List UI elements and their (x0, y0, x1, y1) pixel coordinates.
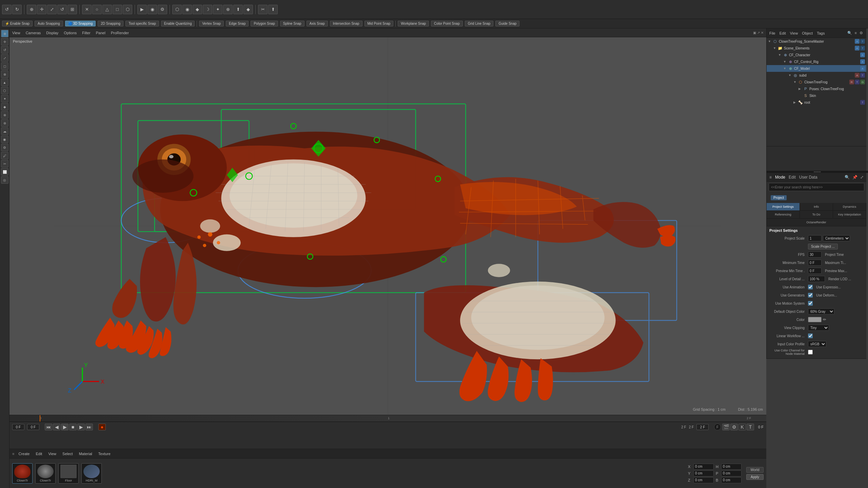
viewport-menu-panel[interactable]: Panel (96, 31, 105, 35)
props-expand-icon[interactable]: ⤢ (860, 174, 864, 180)
object-mode-icon[interactable]: ○ (92, 5, 102, 14)
intersection-snap-btn[interactable]: Intersection Snap (330, 21, 362, 26)
workplane-snap-btn[interactable]: Workplane Snap (398, 21, 429, 26)
transform-icon[interactable]: ⊞ (67, 5, 77, 14)
start-frame-input[interactable] (12, 424, 24, 430)
snap-icon[interactable]: ✂ (258, 5, 268, 14)
left-tool-5[interactable]: ◻ (1, 62, 8, 70)
props-color-swatch[interactable] (808, 317, 822, 322)
props-lod-input[interactable] (808, 276, 825, 282)
props-node-material-checkbox[interactable] (808, 350, 813, 354)
left-tool-4[interactable]: ⤢ (1, 54, 8, 62)
left-tool-3[interactable]: ↺ (1, 46, 8, 54)
scene-tags-menu[interactable]: Tags (817, 31, 825, 35)
record-btn[interactable]: ● (98, 424, 106, 430)
left-tool-13[interactable]: ☁ (1, 127, 8, 135)
h-input[interactable] (721, 464, 742, 470)
render-icon[interactable]: ▶ (137, 5, 147, 14)
scene-settings-icon[interactable]: ⚙ (859, 30, 864, 36)
props-edit-btn[interactable]: Edit (788, 174, 796, 180)
scale-project-btn[interactable]: Scale Project ... (808, 244, 838, 249)
prev-frame-btn[interactable]: ◀ (53, 424, 60, 430)
gridline-snap-btn[interactable]: Grid Line Snap (465, 21, 494, 26)
guide-snap-btn[interactable]: Guide Snap (495, 21, 519, 26)
p-input[interactable] (721, 470, 742, 476)
left-tool-6[interactable]: ⊕ (1, 70, 8, 78)
scene-view-menu[interactable]: View (790, 31, 798, 35)
3d-snapping-btn[interactable]: 🔵 3D Snapping (65, 21, 96, 26)
props-default-color-select[interactable]: 60% Gray Random Layer Color (808, 308, 834, 314)
end-frame-input[interactable] (696, 424, 709, 430)
scene-search-icon[interactable]: 🔍 (847, 30, 853, 36)
viewport-menu-filter[interactable]: Filter (82, 31, 90, 35)
tree-item-root[interactable]: ▶ 🦴 root T (767, 99, 866, 106)
left-tool-18[interactable]: ⬜ (1, 168, 8, 176)
enable-quantizing-btn[interactable]: Enable Quantizing (161, 21, 195, 26)
left-tool-8[interactable]: ⬡ (1, 87, 8, 94)
scene-file-menu[interactable]: File (769, 31, 775, 35)
props-min-time-input[interactable] (808, 260, 822, 266)
2d-snapping-btn[interactable]: 2D Snapping (98, 21, 123, 26)
b-input[interactable] (721, 477, 742, 483)
midpoint-snap-btn[interactable]: Mid Point Snap (364, 21, 394, 26)
auto-snapping-btn[interactable]: Auto Snapping (35, 21, 63, 26)
poly-mode-icon[interactable]: ⬡ (123, 5, 132, 14)
tab-dynamics[interactable]: Dynamics (833, 203, 866, 210)
left-tool-14[interactable]: ◉ (1, 136, 8, 143)
tree-item-scenemaster[interactable]: ▼ ⬡ ClownTreeFrog_SceneMaster A T (767, 38, 866, 45)
move-icon[interactable]: ✛ (37, 5, 46, 14)
left-tool-select[interactable]: ⊕ (1, 30, 8, 37)
props-search-input[interactable] (769, 183, 864, 191)
props-use-motion-checkbox[interactable] (808, 301, 813, 306)
bottom-select-menu[interactable]: Select (60, 451, 75, 456)
asset-clowtreefrog-1[interactable]: ClownTr (12, 463, 33, 484)
apply-btn[interactable]: Apply (746, 474, 764, 480)
props-userdata-btn[interactable]: User Data (798, 174, 818, 180)
props-use-animation-checkbox[interactable] (808, 285, 813, 289)
goto-end-btn[interactable]: ⏭ (85, 424, 93, 430)
main-viewport[interactable]: Perspective Default Camera :* (9, 37, 766, 415)
tab-todo[interactable]: To Do (800, 211, 833, 218)
next-frame-btn[interactable]: ▶ (77, 424, 85, 430)
tree-item-skin[interactable]: S Skin (767, 92, 866, 99)
y-input[interactable] (693, 470, 714, 476)
left-tool-9[interactable]: ✦ (1, 95, 8, 102)
timeline-btn[interactable]: T (747, 424, 754, 430)
quantize-icon[interactable]: ⬆ (268, 5, 278, 14)
props-color-profile-select[interactable]: sRGB Linear (808, 341, 826, 347)
asset-floor[interactable]: Floor (58, 463, 79, 484)
bottom-texture-menu[interactable]: Texture (96, 451, 113, 456)
viewport-menu-prorender[interactable]: ProRender (111, 31, 129, 35)
redo-icon[interactable]: ↻ (12, 5, 22, 14)
props-scale-unit-select[interactable]: Centimeters Meters Inches (823, 235, 850, 241)
props-color-picker-btn[interactable]: ✏ (823, 317, 826, 322)
edge-mode-icon[interactable]: □ (113, 5, 122, 14)
tree-item-scene-elements[interactable]: ▼ 📁 Scene_Elements A T (767, 45, 866, 52)
timeline-ruler[interactable]: 0 1 2 F (9, 415, 766, 422)
current-frame-input[interactable] (27, 424, 39, 430)
vertex-snap-btn[interactable]: Vertex Snap (199, 21, 223, 26)
edge-snap-btn[interactable]: Edge Snap (226, 21, 249, 26)
goto-start-btn[interactable]: ⏮ (45, 424, 52, 430)
texture-mode-icon[interactable]: △ (102, 5, 112, 14)
camera-icon[interactable]: ✦ (213, 5, 222, 14)
project-badge[interactable]: Project (771, 195, 787, 200)
deform-icon[interactable]: ⬆ (233, 5, 243, 14)
bottom-create-menu[interactable]: Create (16, 451, 32, 456)
left-tool-15[interactable]: ⚙ (1, 144, 8, 151)
polygon-snap-btn[interactable]: Polygon Snap (251, 21, 278, 26)
viewport-menu-view[interactable]: View (12, 31, 20, 35)
viewport-menu-display[interactable]: Display (46, 31, 58, 35)
left-tool-7[interactable]: ▲ (1, 79, 8, 86)
tree-item-character[interactable]: ▼ ⊕ CF_Character A (767, 52, 866, 58)
model-mode-icon[interactable]: ✕ (82, 5, 92, 14)
anim-settings-btn[interactable]: ⚙ (730, 424, 738, 430)
tree-item-poses[interactable]: ▶ P Poses: ClownTreeFrog (767, 85, 866, 92)
scene-object-menu[interactable]: Object (802, 31, 813, 35)
play-btn[interactable]: ▶ (61, 424, 68, 430)
tool-specific-snap-btn[interactable]: Tool specific Snap (125, 21, 159, 26)
asset-hdri[interactable]: HDRI_M (81, 463, 102, 484)
select-icon[interactable]: ⊕ (27, 5, 36, 14)
props-pin-icon[interactable]: 📌 (852, 174, 858, 180)
light-icon[interactable]: ☽ (203, 5, 212, 14)
